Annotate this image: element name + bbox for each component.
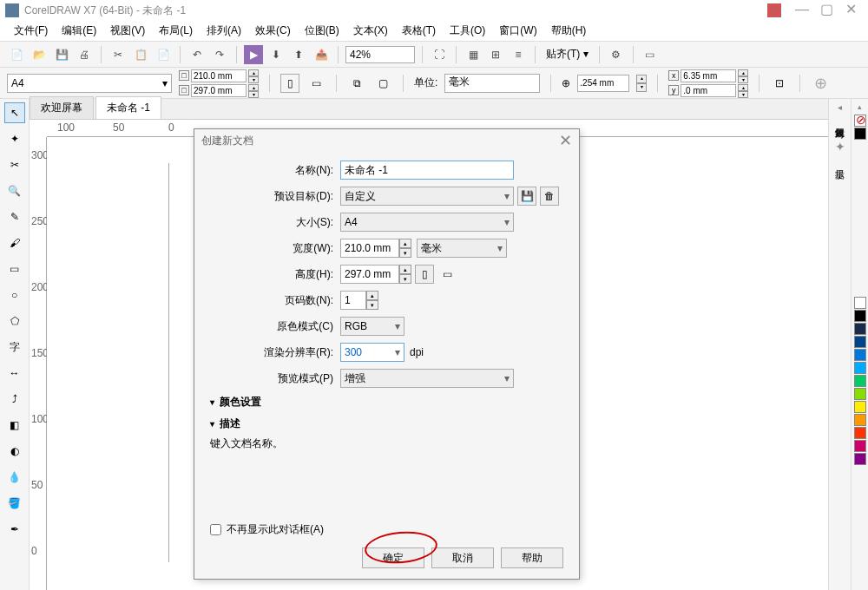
redo-icon[interactable]: ↷ <box>210 45 229 64</box>
cut-icon[interactable]: ✂ <box>108 45 128 64</box>
maximize-button[interactable]: ▢ <box>814 2 838 19</box>
ellipse-tool-icon[interactable]: ○ <box>4 285 25 305</box>
swatch-none[interactable]: ⊘ <box>854 115 866 127</box>
polygon-tool-icon[interactable]: ⬠ <box>4 311 25 331</box>
swatch[interactable] <box>854 414 866 426</box>
import-icon[interactable]: ⬇ <box>266 45 286 64</box>
parallel-dim-icon[interactable]: ↔ <box>4 363 25 384</box>
menu-arrange[interactable]: 排列(A) <box>200 22 248 40</box>
ruler-vertical[interactable]: 300 250 200 150 100 50 0 <box>30 137 47 590</box>
menu-window[interactable]: 窗口(W) <box>492 22 543 40</box>
colormode-select[interactable]: RGB <box>340 317 404 336</box>
palette-up-icon[interactable]: ▴ <box>858 102 862 111</box>
nudge-spinner[interactable]: ▴▾ <box>636 75 647 92</box>
dont-show-checkbox[interactable] <box>210 524 221 535</box>
docker-hints[interactable]: 提示 <box>832 157 848 167</box>
menu-view[interactable]: 视图(V) <box>103 22 152 40</box>
crop-tool-icon[interactable]: ✂ <box>4 154 25 175</box>
menu-tools[interactable]: 工具(O) <box>443 22 492 40</box>
swatch[interactable] <box>854 401 866 413</box>
save-icon[interactable]: 💾 <box>52 45 71 64</box>
name-input[interactable] <box>340 161 514 180</box>
menu-bitmap[interactable]: 位图(B) <box>298 22 346 40</box>
swatch[interactable] <box>854 297 866 309</box>
height-spin[interactable]: ▴▾ <box>399 265 411 284</box>
help-button[interactable]: 帮助 <box>501 547 563 568</box>
ok-button[interactable]: 确定 <box>362 547 424 568</box>
width-unit-select[interactable]: 毫米 <box>417 239 507 258</box>
description-section[interactable]: 描述 <box>210 416 563 431</box>
size-select[interactable]: A4 <box>340 213 514 232</box>
eyedropper-icon[interactable]: 💧 <box>4 467 25 488</box>
width-input[interactable] <box>340 239 399 258</box>
unit-select[interactable]: 毫米 <box>444 74 540 93</box>
height-spinner[interactable]: ▴▾ <box>248 84 259 97</box>
undo-icon[interactable]: ↶ <box>187 45 207 64</box>
tab-welcome[interactable]: 欢迎屏幕 <box>30 96 94 119</box>
save-preset-icon[interactable]: 💾 <box>517 187 536 206</box>
publish-icon[interactable]: 📤 <box>312 45 331 64</box>
menu-table[interactable]: 表格(T) <box>395 22 443 40</box>
swatch[interactable] <box>854 310 866 322</box>
swatch[interactable] <box>854 375 866 387</box>
snap-dropdown[interactable]: 贴齐(T) ▾ <box>542 47 592 62</box>
preview-select[interactable]: 增强 <box>340 369 514 388</box>
menu-effects[interactable]: 效果(C) <box>248 22 298 40</box>
shape-tool-icon[interactable]: ✦ <box>4 128 25 149</box>
text-tool-icon[interactable]: 字 <box>4 337 25 357</box>
treat-as-filled-icon[interactable]: ⊡ <box>770 74 789 93</box>
minimize-button[interactable]: — <box>790 2 814 19</box>
outline-tool-icon[interactable]: ✒ <box>4 519 25 540</box>
portrait-icon[interactable]: ▯ <box>280 74 299 93</box>
cancel-button[interactable]: 取消 <box>431 547 494 568</box>
swatch[interactable] <box>854 427 866 439</box>
transparency-icon[interactable]: ◐ <box>4 441 25 462</box>
resolution-select[interactable]: 300 <box>340 343 404 362</box>
fill-tool-icon[interactable]: 🪣 <box>4 493 25 514</box>
tab-document[interactable]: 未命名 -1 <box>95 96 161 119</box>
dialog-close-icon[interactable]: ✕ <box>559 131 572 150</box>
menu-layout[interactable]: 布局(L) <box>152 22 200 40</box>
swatch[interactable] <box>854 336 866 348</box>
drop-shadow-icon[interactable]: ◧ <box>4 415 25 436</box>
options-icon[interactable]: ⚙ <box>607 45 626 64</box>
expand-docker-icon[interactable]: ◂ <box>838 102 842 112</box>
dup-y-input[interactable] <box>681 84 736 97</box>
menu-file[interactable]: 文件(F) <box>7 22 55 40</box>
all-pages-icon[interactable]: ⧉ <box>347 74 366 93</box>
artistic-media-icon[interactable]: 🖌 <box>4 233 25 253</box>
pages-spin[interactable]: ▴▾ <box>366 291 378 310</box>
ruler-icon[interactable]: ▦ <box>464 45 483 64</box>
connector-tool-icon[interactable]: ⤴ <box>4 389 25 410</box>
page-height-input[interactable] <box>191 84 247 97</box>
dup-x-input[interactable] <box>681 69 736 82</box>
current-page-icon[interactable]: ▢ <box>373 74 392 93</box>
docker-object-properties[interactable]: 对象属性 <box>832 115 848 126</box>
swatch[interactable] <box>854 349 866 361</box>
fullscreen-icon[interactable]: ⛶ <box>430 45 449 64</box>
user-icon[interactable] <box>767 3 781 17</box>
nudge-input[interactable] <box>577 75 629 92</box>
paste-icon[interactable]: 📄 <box>154 45 173 64</box>
width-spin[interactable]: ▴▾ <box>399 239 411 258</box>
export-icon[interactable]: ⬆ <box>289 45 308 64</box>
freehand-tool-icon[interactable]: ✎ <box>4 206 25 227</box>
width-spinner[interactable]: ▴▾ <box>248 69 259 82</box>
pages-input[interactable] <box>340 291 366 310</box>
new-icon[interactable]: 📄 <box>7 45 26 64</box>
menu-text[interactable]: 文本(X) <box>346 22 395 40</box>
landscape-icon[interactable]: ▭ <box>306 74 326 93</box>
launcher-icon[interactable]: ▭ <box>641 45 660 64</box>
swatch[interactable] <box>854 362 866 374</box>
open-icon[interactable]: 📂 <box>30 45 49 64</box>
guide-icon[interactable]: ≡ <box>509 45 528 64</box>
close-button[interactable]: ✕ <box>838 2 863 19</box>
print-icon[interactable]: 🖨 <box>75 45 94 64</box>
page-size-select[interactable]: A4▾ <box>7 74 172 93</box>
swatch[interactable] <box>854 388 866 400</box>
menu-edit[interactable]: 编辑(E) <box>55 22 103 40</box>
zoom-tool-icon[interactable]: 🔍 <box>4 180 25 201</box>
preset-select[interactable]: 自定义 <box>340 187 514 206</box>
swatch[interactable] <box>854 453 866 465</box>
pick-tool-icon[interactable]: ↖ <box>4 102 25 123</box>
